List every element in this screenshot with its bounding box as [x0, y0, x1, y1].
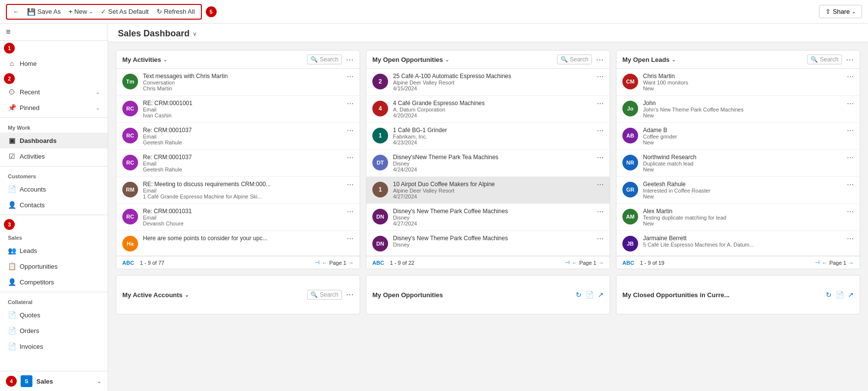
- footer-abc[interactable]: ABC: [122, 260, 134, 266]
- list-item[interactable]: RM RE: Meeting to discuss requirements C…: [116, 177, 360, 204]
- badge: 2: [372, 74, 388, 89]
- first-page-button[interactable]: ⊣: [815, 259, 820, 266]
- item-more-button[interactable]: ⋯: [347, 100, 354, 108]
- item-more-button[interactable]: ⋯: [597, 154, 604, 162]
- sidebar-pinned-label: Pinned: [20, 104, 92, 112]
- activities-search[interactable]: 🔍 Search: [307, 55, 342, 64]
- list-item[interactable]: JB Jarmaine Berrett 5 Café Lite Espresso…: [616, 231, 860, 256]
- item-more-button[interactable]: ⋯: [597, 73, 604, 81]
- item-more-button[interactable]: ⋯: [597, 235, 604, 243]
- list-item[interactable]: CM Chris Martin Want 100 monitors New ⋯: [616, 69, 860, 96]
- hamburger-menu[interactable]: ≡: [6, 28, 10, 36]
- list-item[interactable]: RC Re: CRM:0001031 Email Devansh Choure …: [116, 204, 360, 231]
- expand-icon2[interactable]: 📄: [836, 291, 844, 299]
- open-leads-widget: My Open Leads ⌄ 🔍 Search ⋯: [616, 50, 860, 269]
- refresh-icon2[interactable]: ↻: [826, 291, 832, 299]
- sidebar-item-orders[interactable]: 📄 Orders: [0, 323, 108, 338]
- next-page-button[interactable]: →: [848, 260, 854, 266]
- item-more-button[interactable]: ⋯: [847, 100, 854, 108]
- list-item[interactable]: 1 10 Airpot Duo Coffee Makers for Alpine…: [366, 177, 610, 204]
- prev-page-button[interactable]: ←: [572, 260, 577, 266]
- list-item[interactable]: DN Disney's New Theme Park Coffee Machin…: [366, 231, 610, 256]
- open-opp-more-button[interactable]: ⋯: [596, 55, 604, 64]
- item-more-button[interactable]: ⋯: [847, 235, 854, 243]
- prev-page-button[interactable]: ←: [322, 260, 327, 266]
- share-button[interactable]: ⇧ Share ⌄: [819, 5, 862, 18]
- prev-page-button[interactable]: ←: [822, 260, 827, 266]
- open-leads-search[interactable]: 🔍 Search: [807, 55, 842, 64]
- first-page-button[interactable]: ⊣: [565, 259, 570, 266]
- active-accounts-chevron[interactable]: ⌄: [185, 292, 189, 298]
- save-as-button[interactable]: 💾 Save As: [24, 6, 64, 18]
- item-more-button[interactable]: ⋯: [347, 154, 354, 162]
- sidebar-item-activities[interactable]: ☑ Activities: [0, 148, 108, 164]
- active-accounts-more[interactable]: ⋯: [346, 290, 354, 300]
- sidebar-item-recent[interactable]: ⏲ Recent ⌄: [0, 84, 108, 100]
- set-as-default-button[interactable]: ✓ Set As Default: [98, 6, 151, 17]
- item-more-button[interactable]: ⋯: [347, 127, 354, 135]
- next-page-button[interactable]: →: [348, 260, 354, 266]
- list-item[interactable]: NR Northwind Research Duplicate match le…: [616, 150, 860, 177]
- item-more-button[interactable]: ⋯: [847, 181, 854, 189]
- list-item[interactable]: RC RE: CRM:0001001 Email Ivan Cashin ⋯: [116, 96, 360, 123]
- open-opp-title-chevron[interactable]: ⌄: [445, 57, 449, 62]
- refresh-icon[interactable]: ↻: [576, 291, 582, 299]
- activities-title-chevron[interactable]: ⌄: [163, 57, 167, 62]
- open-opp-search[interactable]: 🔍 Search: [557, 55, 592, 64]
- item-more-button[interactable]: ⋯: [847, 73, 854, 81]
- expand-icon[interactable]: 📄: [586, 291, 594, 299]
- item-more-button[interactable]: ⋯: [597, 127, 604, 135]
- sidebar-item-home[interactable]: ⌂ Home: [0, 56, 108, 71]
- sidebar-item-invoices[interactable]: 📄 Invoices: [0, 338, 108, 354]
- sidebar-item-opportunities[interactable]: 📋 Opportunities: [0, 258, 108, 274]
- sidebar-item-dashboards[interactable]: ▣ Dashboards: [0, 133, 108, 148]
- item-more-button[interactable]: ⋯: [847, 154, 854, 162]
- list-item[interactable]: DT Disney'sNew Theme Park Tea Machines D…: [366, 150, 610, 177]
- sidebar-item-pinned[interactable]: 📌 Pinned ⌄: [0, 100, 108, 115]
- list-item[interactable]: RC Re: CRM:0001037 Email Geetesh Rahule …: [116, 123, 360, 150]
- item-more-button[interactable]: ⋯: [847, 208, 854, 216]
- item-more-button[interactable]: ⋯: [847, 127, 854, 135]
- popout-icon2[interactable]: ↗: [848, 291, 854, 299]
- my-work-header: My Work: [0, 120, 108, 133]
- first-page-button[interactable]: ⊣: [315, 259, 320, 266]
- item-more-button[interactable]: ⋯: [597, 181, 604, 189]
- list-item[interactable]: AM Alex Martin Testing duplicate matchin…: [616, 204, 860, 231]
- avatar: CM: [622, 74, 638, 89]
- sidebar-item-contacts[interactable]: 👤 Contacts: [0, 197, 108, 213]
- page-title-chevron[interactable]: ∨: [193, 30, 197, 37]
- list-item[interactable]: RC Re: CRM:0001037 Email Geetesh Rahule …: [116, 150, 360, 177]
- back-button[interactable]: ←: [10, 6, 22, 17]
- open-leads-title-chevron[interactable]: ⌄: [672, 57, 675, 62]
- footer-abc[interactable]: ABC: [622, 260, 634, 266]
- active-accounts-search[interactable]: 🔍 Search: [307, 290, 342, 300]
- item-more-button[interactable]: ⋯: [347, 181, 354, 189]
- list-item[interactable]: 1 1 Café BG-1 Grinder Fabrikam, Inc. 4/2…: [366, 123, 610, 150]
- activities-more-button[interactable]: ⋯: [346, 55, 354, 64]
- new-button[interactable]: + New ⌄: [66, 6, 96, 17]
- app-switcher[interactable]: 4 S Sales ⌄: [0, 371, 108, 391]
- item-more-button[interactable]: ⋯: [597, 100, 604, 108]
- list-item[interactable]: GR Geetesh Rahule Interested in Coffee R…: [616, 177, 860, 204]
- list-item[interactable]: Ha Here are some points to consider for …: [116, 231, 360, 256]
- item-more-button[interactable]: ⋯: [597, 208, 604, 216]
- list-item[interactable]: 2 25 Café A-100 Automatic Espresso Machi…: [366, 69, 610, 96]
- list-item[interactable]: DN Disney's New Theme Park Coffee Machin…: [366, 204, 610, 231]
- item-more-button[interactable]: ⋯: [347, 208, 354, 216]
- popout-icon[interactable]: ↗: [598, 291, 604, 299]
- list-item[interactable]: 4 4 Café Grande Espresso Machines A. Dat…: [366, 96, 610, 123]
- open-leads-more-button[interactable]: ⋯: [846, 55, 854, 64]
- sidebar-item-competitors[interactable]: 👤 Competitors: [0, 274, 108, 290]
- sidebar-item-quotes[interactable]: 📄 Quotes: [0, 307, 108, 323]
- refresh-all-button[interactable]: ↻ Refresh All: [154, 6, 198, 17]
- next-page-button[interactable]: →: [598, 260, 604, 266]
- item-more-button[interactable]: ⋯: [347, 73, 354, 81]
- sidebar-item-leads[interactable]: 👥 Leads: [0, 243, 108, 258]
- item-more-button[interactable]: ⋯: [347, 235, 354, 243]
- list-item[interactable]: Tm Text messages with Chris Martin Conve…: [116, 69, 360, 96]
- avatar: Tm: [122, 74, 138, 89]
- list-item[interactable]: Jo John John's New Theme Park Coffee Mac…: [616, 96, 860, 123]
- sidebar-item-accounts[interactable]: 📄 Accounts: [0, 181, 108, 197]
- list-item[interactable]: AB Adame B Coffee grinder New ⋯: [616, 123, 860, 150]
- footer-abc[interactable]: ABC: [372, 260, 384, 266]
